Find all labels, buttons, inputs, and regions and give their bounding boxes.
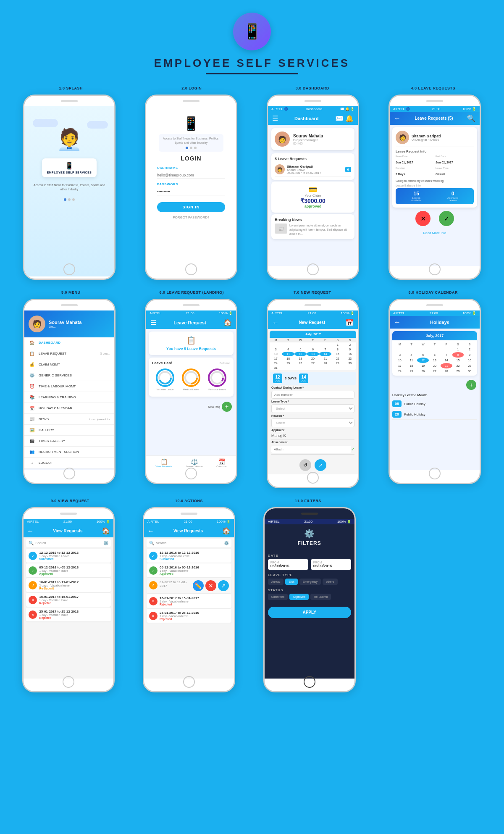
menu-item-recruitment[interactable]: 👥 RECRUITMENT SECTION [24, 447, 114, 458]
act-status-dot-2: ✓ [149, 566, 158, 575]
approve-button[interactable]: ✓ [439, 211, 454, 226]
nav-view-requests[interactable]: 📋 View Requests [155, 458, 172, 468]
back-icon-hol[interactable]: ← [394, 318, 401, 326]
row-2-screens: 🧑 Sourav Mahata De... 🏠 DASHBOARD 📋 LEAV… [0, 295, 504, 492]
share-action-btn[interactable]: ↗ [218, 580, 229, 591]
actions-header: ← View Requests 🏠 [144, 524, 234, 537]
contact-label: Contact During Leave * [271, 386, 354, 389]
menu-item-times-gallery[interactable]: 🎬 TIMES GALLERY [24, 436, 114, 447]
hamburger-icon[interactable]: ☰ [272, 114, 278, 122]
home-icon-ll[interactable]: 🏠 [223, 318, 232, 326]
from-label: From Date [396, 155, 434, 158]
menu-item-time[interactable]: ⏰ TIME & LABOUR MGMT [24, 381, 114, 392]
reason-label-nr: Reason * [271, 414, 354, 417]
contact-input[interactable] [271, 391, 354, 399]
phone-home-vr[interactable] [63, 676, 74, 688]
back-icon-act[interactable]: ← [147, 527, 154, 535]
back-icon-vr[interactable]: ← [27, 527, 34, 535]
menu-item-learning[interactable]: 📚 LEARNING & TRAINING [24, 392, 114, 403]
reset-button-nr[interactable]: ↺ [299, 459, 311, 471]
circle-vacation-label: Vacation Leave [156, 388, 174, 391]
attachment-label: Attachment [271, 441, 354, 444]
submit-button-nr[interactable]: ↗ [315, 459, 326, 471]
leave-item-1: 🧑 Sitaram Garipati Annual Leave 06-01-20… [275, 163, 351, 176]
search-icon-lr[interactable]: 🔍 [467, 114, 475, 122]
end-month: JUN [301, 379, 306, 382]
claim-label: Your Claim [276, 194, 350, 197]
menu-item-leave[interactable]: 📋 LEAVE REQUEST 5 Lea... [24, 348, 114, 359]
new-req-btn[interactable]: New Req + [146, 398, 236, 415]
phone-home-menu[interactable] [63, 468, 75, 479]
holidays-list-title: Holidays of the Month [392, 393, 477, 397]
menu-item-holiday[interactable]: 📅 HOLIDAY CALENDAR [24, 403, 114, 414]
password-input[interactable] [157, 188, 225, 195]
leave-count-icon: 📋 [153, 336, 229, 345]
row-2-labels: 5.0 MENU 6.0 LEAVE REQUEST (LANDING) 7.0… [0, 284, 504, 295]
nav-leave-balance[interactable]: ⚖️ Leave Balance [186, 458, 203, 468]
menu-item-claim[interactable]: 💰 CLAIM MGMT [24, 359, 114, 370]
reject-button[interactable]: ✕ [415, 211, 430, 226]
need-more-info-btn[interactable]: Need More Info [390, 229, 480, 237]
phone-home-lr[interactable] [429, 263, 441, 275]
req-status-dot-3: ↺ [29, 581, 37, 589]
back-icon-nr[interactable]: ← [272, 319, 279, 326]
menu-profile-name: Sourav Mahata [49, 320, 81, 325]
menu-item-generic[interactable]: ⚙️ GENERIC SERVICES [24, 370, 114, 381]
label-new-request: 7.0 NEW REQUEST [266, 290, 359, 295]
search-bar-act: 🔍 ⚙️ [147, 539, 231, 547]
back-icon-lr[interactable]: ← [394, 115, 401, 122]
phone-home-dashboard[interactable] [307, 263, 319, 275]
filter-others-btn[interactable]: others [323, 579, 337, 585]
phone-home-act[interactable] [183, 676, 195, 688]
home-icon-act[interactable]: 🏠 [222, 527, 231, 535]
delete-action-btn[interactable]: ✕ [205, 580, 216, 591]
search-input-vr[interactable] [35, 541, 102, 545]
filter-submitted-btn[interactable]: Submitted [268, 594, 288, 600]
filter-sick-btn[interactable]: Sick [285, 579, 297, 585]
menu-item-news[interactable]: 📰 NEWS Lorem ipsum dolor [24, 414, 114, 425]
filter-annual-btn[interactable]: Annual [268, 579, 284, 585]
filter-icon-act[interactable]: ⚙️ [224, 541, 229, 545]
nav-calendar[interactable]: 📅 Calendar [216, 458, 226, 468]
search-input-act[interactable] [156, 541, 222, 545]
username-input[interactable] [157, 172, 225, 179]
filter-approved-btn[interactable]: Approved [289, 594, 309, 600]
sign-in-button[interactable]: SIGN IN [157, 202, 225, 212]
phone-home-fil[interactable] [304, 676, 315, 688]
filter-emergency-btn[interactable]: Emergency [299, 579, 321, 585]
phone-home-nr[interactable] [307, 472, 319, 484]
apply-filter-btn[interactable]: APPLY [268, 607, 351, 618]
filter-icon-vr[interactable]: ⚙️ [103, 541, 108, 545]
menu-item-dashboard[interactable]: 🏠 DASHBOARD [24, 337, 114, 348]
attachment-input[interactable] [271, 446, 351, 453]
nav-label-balance: Leave Balance [186, 465, 203, 468]
screen-leave-req-wrapper: AIRTEL 🔵21:00100% 🔋 ← Leave Requests (5)… [378, 95, 491, 280]
hamburger-ll[interactable]: ☰ [150, 318, 156, 326]
leave-requests-card: 5 Leave Requests 🧑 Sitaram Garipati Annu… [271, 153, 354, 180]
req-item-2: ✓ 05-12-2016 to 05-12-2016 1 day - Vacat… [26, 563, 111, 577]
add-holiday-btn[interactable]: + [466, 380, 476, 390]
menu-item-logout[interactable]: → LOGOUT [24, 458, 114, 468]
label-filters: 11.0 FILTERS [262, 499, 354, 503]
edit-action-btn[interactable]: ✏️ [193, 580, 204, 591]
forgot-password-link[interactable]: FORGOT PASSWORD? [157, 216, 225, 219]
phone-home-login[interactable] [185, 263, 197, 275]
phone-home-ll[interactable] [185, 468, 197, 479]
leave-item-type: Annual Leave [287, 168, 343, 171]
date-range-display: 12 JUN 3 DAYS 14 JUN [270, 372, 356, 385]
act-req-info-2: 05-12-2016 to 05-12-2016 1 day - Vacatio… [160, 566, 229, 575]
act-req-type-5: 1 day - Vacation leave [160, 615, 229, 618]
holiday-name-1: Public Holiday [404, 402, 425, 406]
leave-type-select[interactable]: Select [271, 404, 354, 413]
menu-item-gallery[interactable]: 🖼️ GALLERY [24, 425, 114, 436]
speaker-fil [301, 513, 318, 515]
calendar-icon-nr[interactable]: 📅 [345, 318, 354, 326]
filter-resubmit-btn[interactable]: Re-Submit [310, 594, 331, 600]
phone-home-hol[interactable] [429, 468, 441, 479]
home-icon-vr[interactable]: 🏠 [102, 527, 110, 535]
reason-select[interactable]: Select [271, 418, 354, 427]
notification-icons[interactable]: ✉️ 🔔 [335, 114, 354, 122]
menu-profile-section: 🧑 Sourav Mahata De... [24, 310, 114, 337]
phone-home-splash[interactable] [63, 263, 75, 275]
req-info-5: 25-01-2017 to 25-12-2016 1 day - Vacatio… [39, 610, 108, 619]
